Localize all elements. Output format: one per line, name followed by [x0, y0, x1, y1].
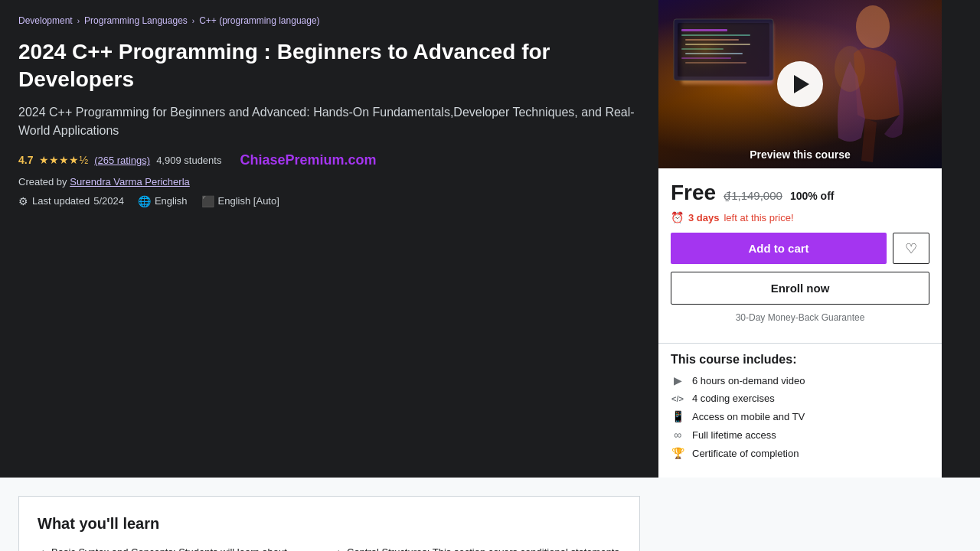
body-inner: What you'll learn ✓ Basic Syntax and Con… [0, 478, 658, 551]
price-discount: 100% off [790, 190, 835, 202]
video-icon: ▶ [671, 374, 684, 386]
learn-text-1: Basic Syntax and Concepts: Students will… [51, 545, 325, 551]
btn-row: Add to cart ♡ [671, 233, 929, 264]
price-free: Free [671, 181, 716, 205]
learn-item-4: ✓ Control Structures: This section cover… [333, 545, 621, 551]
captions-value: English [Auto] [218, 195, 279, 207]
header-inner: Development › Programming Languages › C+… [0, 0, 980, 478]
course-preview[interactable]: Preview this course [658, 0, 942, 168]
rating-number: 4.7 [18, 154, 33, 166]
captions-icon: ⬛ [201, 195, 214, 207]
mobile-icon: 📱 [671, 410, 684, 422]
page-body: What you'll learn ✓ Basic Syntax and Con… [0, 478, 980, 551]
meta-captions: ⬛ English [Auto] [201, 195, 279, 207]
include-coding: </> 4 coding exercises [671, 393, 929, 404]
infinity-icon: ∞ [671, 429, 684, 441]
include-video: ▶ 6 hours on-demand video [671, 374, 929, 386]
enroll-now-button[interactable]: Enroll now [671, 272, 929, 305]
learn-text-4: Control Structures: This section covers … [347, 545, 621, 551]
rating-row: 4.7 ★★★★½ (265 ratings) 4,909 students C… [18, 152, 640, 168]
breadcrumb-development[interactable]: Development [18, 15, 73, 26]
include-certificate: 🏆 Certificate of completion [671, 447, 929, 459]
svg-point-0 [856, 5, 890, 48]
sidebar: Preview this course Free ₫1,149,000 100%… [658, 0, 942, 478]
trophy-icon: 🏆 [671, 447, 684, 459]
course-subtitle: 2024 C++ Programming for Beginners and A… [18, 103, 640, 140]
globe-icon: 🌐 [138, 195, 151, 207]
meta-row: ⚙ Last updated 5/2024 🌐 English ⬛ Englis… [18, 195, 640, 207]
alarm-icon: ⏰ [671, 211, 684, 223]
meta-updated: ⚙ Last updated 5/2024 [18, 195, 124, 207]
creator-row: Created by Surendra Varma Pericherla [18, 176, 640, 187]
price-original: ₫1,149,000 [724, 189, 782, 203]
wishlist-button[interactable]: ♡ [893, 233, 929, 264]
includes-title: This course includes: [671, 353, 929, 367]
preview-label: Preview this course [750, 148, 851, 161]
person-silhouette [812, 0, 911, 168]
price-row: Free ₫1,149,000 100% off [671, 181, 929, 205]
pricing-section: Free ₫1,149,000 100% off ⏰ 3 days left a… [658, 168, 942, 343]
computer-screen [670, 15, 777, 92]
play-icon [794, 75, 809, 93]
course-title: 2024 C++ Programming : Beginners to Adva… [18, 38, 640, 94]
check-icon-4: ✓ [333, 546, 341, 551]
last-updated-label: Last updated [32, 195, 90, 207]
check-icon-1: ✓ [38, 546, 45, 551]
include-coding-text: 4 coding exercises [692, 393, 775, 404]
include-lifetime: ∞ Full lifetime access [671, 429, 929, 441]
guarantee-text: 30-Day Money-Back Guarantee [671, 312, 929, 323]
last-updated-value: 5/2024 [93, 195, 124, 207]
price-timer: ⏰ 3 days left at this price! [671, 211, 929, 223]
creator-link[interactable]: Surendra Varma Pericherla [70, 176, 190, 187]
includes-section: This course includes: ▶ 6 hours on-deman… [658, 343, 942, 478]
code-icon: </> [671, 394, 684, 403]
breadcrumb: Development › Programming Languages › C+… [18, 15, 640, 26]
svg-point-1 [835, 46, 865, 92]
include-mobile-text: Access on mobile and TV [692, 411, 805, 422]
include-lifetime-text: Full lifetime access [692, 429, 776, 441]
stars: ★★★★½ [39, 154, 88, 166]
learn-section: What you'll learn ✓ Basic Syntax and Con… [18, 496, 640, 551]
learn-col-left: ✓ Basic Syntax and Concepts: Students wi… [38, 545, 325, 551]
add-to-cart-button[interactable]: Add to cart [671, 233, 887, 264]
breadcrumb-sep-1: › [77, 17, 80, 25]
include-video-text: 6 hours on-demand video [692, 375, 805, 386]
include-certificate-text: Certificate of completion [692, 448, 799, 459]
update-icon: ⚙ [18, 195, 28, 207]
header-left: Development › Programming Languages › C+… [0, 0, 658, 478]
breadcrumb-programming-languages[interactable]: Programming Languages [84, 15, 188, 26]
learn-grid: ✓ Basic Syntax and Concepts: Students wi… [38, 545, 621, 551]
learn-title: What you'll learn [38, 515, 621, 533]
page-header: Development › Programming Languages › C+… [0, 0, 980, 478]
students-count: 4,909 students [156, 155, 221, 166]
timer-text: left at this price! [724, 212, 793, 223]
timer-days: 3 days [688, 212, 719, 223]
learn-col-right: ✓ Control Structures: This section cover… [333, 545, 621, 551]
breadcrumb-sep-2: › [192, 17, 194, 25]
creator-label: Created by [18, 176, 67, 187]
svg-rect-12 [678, 23, 769, 77]
rating-count[interactable]: (265 ratings) [94, 155, 150, 166]
include-mobile: 📱 Access on mobile and TV [671, 410, 929, 422]
play-button[interactable] [777, 61, 823, 107]
meta-language: 🌐 English [138, 195, 188, 207]
learn-item-1: ✓ Basic Syntax and Concepts: Students wi… [38, 545, 325, 551]
language-value: English [155, 195, 188, 207]
watermark: ChiasePremium.com [240, 152, 376, 168]
breadcrumb-current: C++ (programming language) [199, 15, 319, 26]
